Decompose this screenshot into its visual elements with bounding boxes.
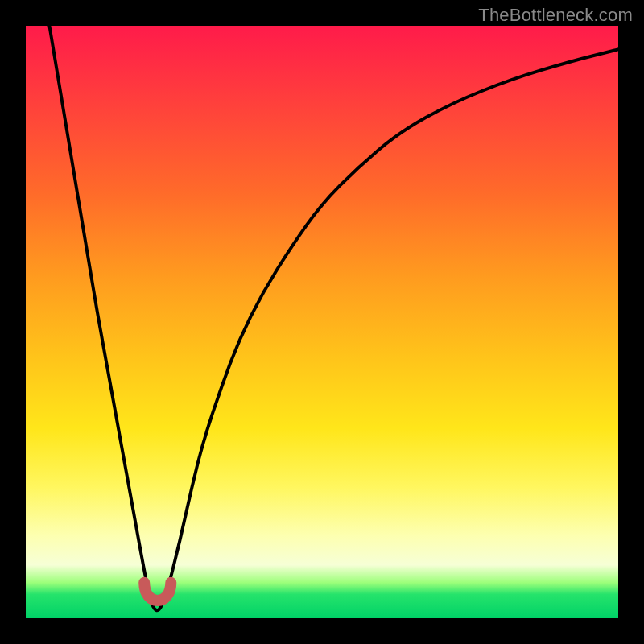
min-region-marker (144, 583, 171, 601)
plot-area (26, 26, 618, 618)
bottleneck-curve (49, 26, 618, 610)
curve-layer (26, 26, 618, 618)
chart-frame: TheBottleneck.com (0, 0, 644, 644)
watermark-text: TheBottleneck.com (478, 5, 633, 26)
